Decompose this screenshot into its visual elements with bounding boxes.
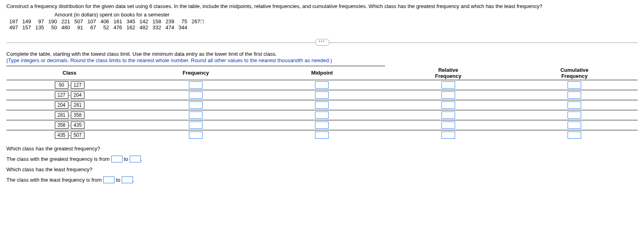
class-high-input[interactable]	[71, 91, 84, 99]
cum-input[interactable]	[568, 111, 581, 119]
freq-cell	[132, 120, 259, 130]
least-from-input[interactable]	[103, 176, 114, 183]
col-rel-line1: RelativeFrequency	[385, 66, 511, 80]
class-low-input[interactable]	[55, 122, 68, 129]
class-low-input[interactable]	[55, 81, 68, 89]
dash: -	[69, 92, 70, 98]
mid-cell	[259, 120, 385, 130]
mid-cell	[259, 80, 385, 90]
cum-cell	[512, 120, 638, 130]
instruction-sub: (Type integers or decimals. Round the cl…	[6, 57, 638, 63]
rel-input[interactable]	[441, 101, 455, 109]
rel-input[interactable]	[441, 122, 455, 129]
class-cell: -	[6, 90, 132, 100]
table-row: -	[6, 120, 638, 130]
col-freq: Frequency	[132, 66, 259, 80]
data-row-1: 187 149 97 190 221 507 107 406 161 345 1…	[9, 18, 200, 24]
cum-input[interactable]	[568, 132, 581, 139]
class-high-input[interactable]	[71, 132, 84, 139]
mid-input[interactable]	[315, 101, 329, 109]
cum-input[interactable]	[568, 81, 581, 89]
q-greatest: Which class has the greatest frequency?	[6, 146, 638, 152]
mid-input[interactable]	[315, 132, 329, 139]
col-class: Class	[6, 66, 132, 80]
class-high-input[interactable]	[71, 122, 84, 129]
dash: -	[69, 132, 70, 138]
rel-input[interactable]	[441, 111, 455, 119]
mid-input[interactable]	[315, 81, 329, 89]
freq-input[interactable]	[189, 122, 203, 129]
period-2: .	[133, 176, 134, 182]
freq-input[interactable]	[189, 101, 203, 109]
data-row-2: 497 157 135 50 480 91 67 52 476 162 482 …	[9, 24, 187, 30]
cum-cell	[512, 110, 638, 120]
rel-cell	[385, 120, 511, 130]
cum-input[interactable]	[568, 101, 581, 109]
rel-input[interactable]	[441, 132, 455, 139]
mid-input[interactable]	[315, 111, 329, 119]
freq-input[interactable]	[189, 111, 203, 119]
col-mid: Midpoint	[259, 66, 385, 80]
table-row: -	[6, 100, 638, 110]
freq-cell	[132, 130, 259, 140]
expand-button[interactable]: •••	[315, 39, 329, 46]
class-cell: -	[6, 100, 132, 110]
freq-input[interactable]	[189, 81, 203, 89]
mid-cell	[259, 90, 385, 100]
greatest-to-input[interactable]	[130, 156, 141, 162]
dash: -	[69, 82, 70, 88]
followup-questions: Which class has the greatest frequency? …	[6, 146, 638, 183]
rel-cell	[385, 90, 511, 100]
section-divider: •••	[6, 43, 638, 43]
period-1: .	[141, 156, 142, 162]
a-least: The class with the least frequency is fr…	[6, 176, 638, 183]
a-greatest-pre: The class with the greatest frequency is…	[6, 156, 111, 162]
class-high-input[interactable]	[71, 81, 84, 89]
class-cell: -	[6, 110, 132, 120]
q-least: Which class has the least frequency?	[6, 166, 638, 172]
greatest-from-input[interactable]	[111, 156, 122, 162]
cum-cell	[512, 90, 638, 100]
rel-cell	[385, 100, 511, 110]
freq-cell	[132, 110, 259, 120]
least-to-input[interactable]	[122, 176, 133, 183]
freq-input[interactable]	[189, 91, 203, 99]
class-low-input[interactable]	[55, 132, 68, 139]
mid-cell	[259, 100, 385, 110]
data-title: Amount (in dollars) spent on books for a…	[54, 12, 638, 18]
to-text-2: to	[114, 176, 122, 182]
mid-cell	[259, 110, 385, 120]
rel-input[interactable]	[441, 91, 455, 99]
cum-cell	[512, 80, 638, 90]
question-text: Construct a frequency distribution for t…	[6, 3, 638, 9]
class-cell: -	[6, 80, 132, 90]
frequency-table: Class Frequency Midpoint RelativeFrequen…	[6, 66, 638, 140]
class-low-input[interactable]	[55, 101, 68, 109]
rel-input[interactable]	[441, 81, 455, 89]
table-row: -	[6, 110, 638, 120]
rel-cell	[385, 130, 511, 140]
class-high-input[interactable]	[71, 101, 84, 109]
table-row: -	[6, 130, 638, 140]
rel-cell	[385, 110, 511, 120]
instruction-main: Complete the table, starting with the lo…	[6, 51, 638, 57]
a-least-pre: The class with the least frequency is fr…	[6, 176, 103, 182]
class-low-input[interactable]	[55, 91, 68, 99]
class-low-input[interactable]	[55, 111, 68, 119]
cum-input[interactable]	[568, 91, 581, 99]
copy-icon[interactable]: ❐	[200, 19, 204, 24]
table-row: -	[6, 90, 638, 100]
mid-input[interactable]	[315, 122, 329, 129]
freq-input[interactable]	[189, 132, 203, 139]
class-high-input[interactable]	[71, 111, 84, 119]
freq-cell	[132, 100, 259, 110]
cum-input[interactable]	[568, 122, 581, 129]
a-greatest: The class with the greatest frequency is…	[6, 156, 638, 162]
col-cum-line1: CumulativeFrequency	[512, 66, 638, 80]
class-cell: -	[6, 130, 132, 140]
mid-input[interactable]	[315, 91, 329, 99]
rel-cell	[385, 80, 511, 90]
dash: -	[69, 112, 70, 118]
dash: -	[69, 122, 70, 128]
freq-cell	[132, 80, 259, 90]
